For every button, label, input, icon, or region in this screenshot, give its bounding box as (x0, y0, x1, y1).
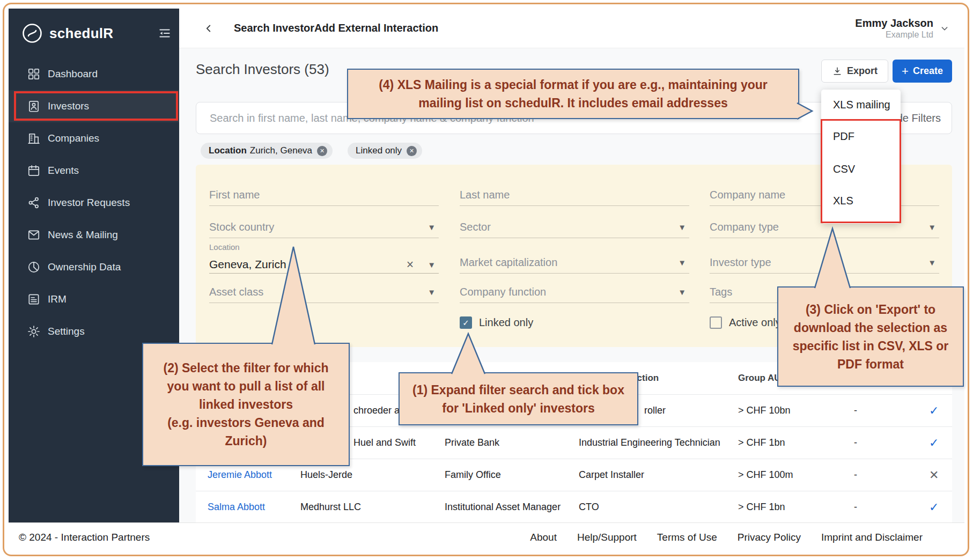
sidebar-nav: Dashboard Investors Companies Events Inv… (9, 58, 179, 348)
sidebar-item-label: Investor Requests (48, 197, 130, 209)
download-icon (832, 66, 843, 77)
sector-select[interactable]: Sector▼ (460, 217, 689, 238)
menu-item-pdf[interactable]: PDF (821, 121, 901, 151)
screenshot-frame: schedulR Dashboard Investors Companies E… (0, 0, 973, 560)
footer-link-terms-of-use[interactable]: Terms of Use (657, 532, 717, 543)
company-function-select[interactable]: Company function▼ (460, 282, 689, 303)
investors-icon (27, 99, 41, 113)
gear-icon (27, 325, 41, 338)
cell-company-function: Industrial Engineering Technician (579, 437, 738, 448)
table-row[interactable]: Salma Abbott Medhurst LLC Institutional … (196, 491, 952, 523)
sidebar-item-irm[interactable]: IRM (9, 283, 179, 315)
footer-link-about[interactable]: About (530, 532, 557, 543)
cell-col6: - (854, 469, 929, 481)
create-button-label: Create (913, 65, 943, 77)
callout-2-location-filter: (2) Select the filter for which you want… (142, 343, 350, 466)
clear-location-icon[interactable]: × (407, 259, 414, 271)
field-label: Company name (710, 189, 785, 201)
cell-group-aum: > CHF 10bn (738, 405, 854, 416)
menu-item-xls-mailing[interactable]: XLS mailing (821, 94, 901, 115)
tab-search-investor[interactable]: Search Investor (234, 22, 314, 34)
create-button[interactable]: + Create (893, 60, 952, 83)
remove-chip-icon[interactable]: × (317, 146, 327, 156)
checkbox-unchecked-icon[interactable] (710, 316, 722, 329)
linked-status-icon: ✓ (929, 500, 952, 514)
plus-icon: + (902, 65, 909, 77)
sidebar-item-ownership-data[interactable]: Ownership Data (9, 251, 179, 283)
field-label: First name (209, 189, 260, 201)
filter-chip-linked-only[interactable]: Linked only × (348, 143, 422, 159)
footer: © 2024 - Interaction Partners About Help… (9, 522, 964, 551)
cell-col6: - (854, 502, 929, 513)
remove-chip-icon[interactable]: × (407, 146, 417, 156)
export-button-label: Export (847, 65, 878, 77)
chip-label: Linked only (356, 145, 402, 156)
menu-item-csv[interactable]: CSV (821, 154, 901, 184)
mail-icon (27, 228, 41, 242)
sidebar-item-events[interactable]: Events (9, 154, 179, 187)
field-label: Company type (710, 221, 779, 233)
cell-company: Huels-Jerde (300, 469, 445, 481)
sidebar-item-label: Investors (48, 100, 89, 112)
pie-chart-icon (27, 260, 41, 274)
sidebar-item-companies[interactable]: Companies (9, 122, 179, 154)
location-select[interactable]: Location Geneva, Zurich × ▼ (209, 242, 439, 274)
sidebar-item-label: Ownership Data (48, 261, 121, 273)
last-name-field[interactable]: Last name (460, 185, 689, 206)
tab-add-external-interaction[interactable]: Add External Interaction (314, 22, 438, 34)
sidebar-item-investors[interactable]: Investors (9, 90, 179, 122)
stock-country-select[interactable]: Stock country▼ (209, 217, 439, 238)
footer-link-imprint-disclaimer[interactable]: Imprint and Disclaimer (821, 532, 923, 543)
first-name-field[interactable]: First name (209, 185, 439, 206)
sidebar-collapse-icon[interactable] (158, 26, 172, 40)
field-label: Location (209, 242, 240, 252)
chip-label: Zurich, Geneva (250, 145, 312, 156)
cell-group-aum: > CHF 1bn (738, 437, 854, 448)
chevron-down-icon: ▼ (427, 223, 439, 232)
companies-icon (27, 131, 41, 145)
active-only-checkbox[interactable]: Active only (710, 316, 781, 329)
market-capitalization-select[interactable]: Market capitalization▼ (460, 252, 689, 274)
footer-link-privacy-policy[interactable]: Privacy Policy (738, 532, 801, 543)
field-label: Investor type (710, 256, 771, 269)
checkbox-label: Active only (729, 316, 781, 329)
linked-only-checkbox[interactable]: ✓ Linked only (460, 316, 533, 329)
field-label: Sector (460, 221, 491, 233)
user-name: Emmy Jackson (855, 17, 933, 30)
sidebar-item-news-mailing[interactable]: News & Mailing (9, 219, 179, 251)
export-dropdown-menu: XLS mailing PDF CSV XLS (821, 90, 901, 224)
menu-item-xls[interactable]: XLS (821, 186, 901, 216)
sidebar-item-label: News & Mailing (48, 229, 118, 241)
logo-row: schedulR (9, 9, 179, 49)
cell-company: Medhurst LLC (300, 502, 445, 513)
sidebar-item-label: Events (48, 165, 79, 176)
back-button[interactable] (203, 23, 215, 34)
callout-1-linked-only: (1) Expand filter search and tick box fo… (399, 372, 638, 425)
footer-link-help-support[interactable]: Help/Support (577, 532, 637, 543)
field-label: Market capitalization (460, 256, 557, 269)
investor-name-link[interactable]: Salma Abbott (208, 502, 300, 513)
chevron-down-icon (939, 23, 950, 34)
filter-chip-location[interactable]: Location Zurich, Geneva × (201, 143, 333, 159)
sidebar-item-dashboard[interactable]: Dashboard (9, 58, 179, 90)
checkbox-label: Linked only (479, 316, 533, 329)
chevron-down-icon: ▼ (678, 223, 689, 232)
user-menu[interactable]: Emmy Jackson Example Ltd (855, 9, 950, 48)
asset-class-select[interactable]: Asset class▼ (209, 282, 439, 303)
callout-4-arrow (796, 102, 813, 120)
page-title: Search Investors (53) (196, 61, 329, 78)
cell-company-function: CTO (579, 502, 738, 513)
app-name: schedulR (49, 25, 158, 42)
sidebar-item-investor-requests[interactable]: Investor Requests (9, 187, 179, 219)
sidebar-item-label: Companies (48, 132, 99, 144)
chevron-down-icon: ▼ (678, 288, 689, 297)
copyright-text: © 2024 - Interaction Partners (19, 532, 150, 543)
investor-name-link[interactable]: Jeremie Abbott (208, 469, 300, 481)
chevron-down-icon: ▼ (928, 258, 939, 267)
callout-2-arrow (268, 246, 319, 345)
active-filter-chips: Location Zurich, Geneva × Linked only × (201, 143, 422, 159)
logo-icon (21, 23, 43, 44)
export-button[interactable]: Export (821, 60, 888, 83)
checkbox-checked-icon[interactable]: ✓ (460, 316, 472, 329)
callout-3-arrow (813, 227, 852, 289)
